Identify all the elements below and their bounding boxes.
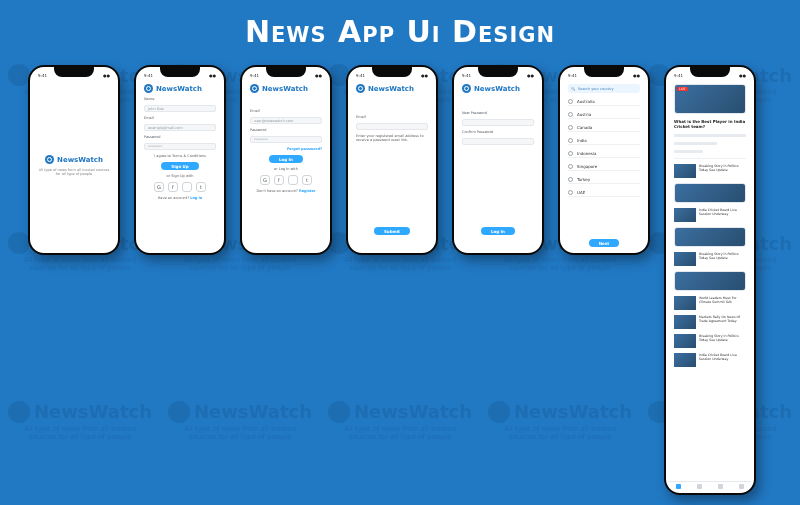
splash-tagline: All type of news from all trusted source…	[38, 168, 110, 176]
country-item[interactable]: Singapore	[568, 162, 640, 171]
new-password-field[interactable]	[462, 119, 534, 126]
mockup-splash: 9:41●● NewsWatch All type of news from a…	[28, 65, 120, 255]
tab-bookmark-icon[interactable]	[718, 484, 723, 489]
signup-button[interactable]: Sign Up	[161, 162, 198, 170]
mockup-signup: 9:41●● NewsWatch Name John Doe Email exa…	[134, 65, 226, 255]
feed-item[interactable]: Breaking Story in Politics Today See Upd…	[674, 334, 746, 348]
country-search-input[interactable]: 🔍Search your country	[568, 84, 640, 93]
country-item[interactable]: UAE	[568, 188, 640, 197]
app-logo: NewsWatch	[45, 155, 103, 164]
email-field[interactable]: example@mail.com	[144, 124, 216, 131]
login-link[interactable]: Log In	[190, 196, 202, 200]
google-icon[interactable]: G	[154, 182, 164, 192]
login-password-field[interactable]: ********	[250, 136, 322, 143]
mockup-forgot: 9:41●● NewsWatch Email Enter your regist…	[346, 65, 438, 255]
forgot-link[interactable]: Forgot password?	[287, 147, 322, 151]
login-button[interactable]: Log In	[269, 155, 303, 163]
terms-checkbox[interactable]: I agree to Terms & Conditions	[144, 154, 216, 158]
password-field[interactable]: ********	[144, 143, 216, 150]
country-item[interactable]: Australia	[568, 97, 640, 106]
confirm-password-field[interactable]	[462, 138, 534, 145]
mockup-row-1: 9:41●● NewsWatch All type of news from a…	[28, 65, 772, 495]
tab-home-icon[interactable]	[676, 484, 681, 489]
twitter-icon[interactable]: t	[302, 175, 312, 185]
apple-icon[interactable]	[182, 182, 192, 192]
feed-item[interactable]: Breaking Story in Politics Today See Upd…	[674, 252, 746, 266]
page-title: News App Ui Design	[0, 0, 800, 49]
facebook-icon[interactable]: f	[274, 175, 284, 185]
login-email-field[interactable]: user@newswatch.com	[250, 117, 322, 124]
reset-login-button[interactable]: Log In	[481, 227, 515, 235]
feed-item[interactable]: Markets Rally On News Of Trade Agreement…	[674, 315, 746, 329]
country-item[interactable]: Austria	[568, 110, 640, 119]
search-icon: 🔍	[571, 87, 575, 91]
facebook-icon[interactable]: f	[168, 182, 178, 192]
feed-item[interactable]: Breaking Story in Politics Today See Upd…	[674, 164, 746, 178]
globe-icon	[45, 155, 54, 164]
mockup-login: 9:41●● NewsWatch Email user@newswatch.co…	[240, 65, 332, 255]
mockup-country: 9:41●● 🔍Search your country Australia Au…	[558, 65, 650, 255]
tab-profile-icon[interactable]	[739, 484, 744, 489]
country-item[interactable]: India	[568, 136, 640, 145]
feed-item[interactable]: India Cricket Board Live Session Underwa…	[674, 353, 746, 367]
country-next-button[interactable]: Next	[589, 239, 620, 247]
live-badge: LIVE	[677, 87, 688, 91]
feed-hero-title[interactable]: What is the Best Player in India Cricket…	[674, 119, 746, 129]
google-icon[interactable]: G	[260, 175, 270, 185]
tab-search-icon[interactable]	[697, 484, 702, 489]
register-link[interactable]: Register	[299, 189, 316, 193]
mockup-feed-tall: 9:41●● LIVE What is the Best Player in I…	[664, 65, 756, 495]
mockup-reset: 9:41●● NewsWatch New Password Confirm Pa…	[452, 65, 544, 255]
forgot-email-field[interactable]	[356, 123, 428, 130]
country-item[interactable]: Indonesia	[568, 149, 640, 158]
forgot-submit-button[interactable]: Submit	[374, 227, 410, 235]
name-field[interactable]: John Doe	[144, 105, 216, 112]
country-item[interactable]: Turkey	[568, 175, 640, 184]
feed-item[interactable]: India Cricket Board Live Session Underwa…	[674, 208, 746, 222]
apple-icon[interactable]	[288, 175, 298, 185]
bottom-tabbar	[668, 481, 752, 491]
feed-item[interactable]: World Leaders Meet For Climate Summit Ta…	[674, 296, 746, 310]
country-item[interactable]: Canada	[568, 123, 640, 132]
twitter-icon[interactable]: t	[196, 182, 206, 192]
